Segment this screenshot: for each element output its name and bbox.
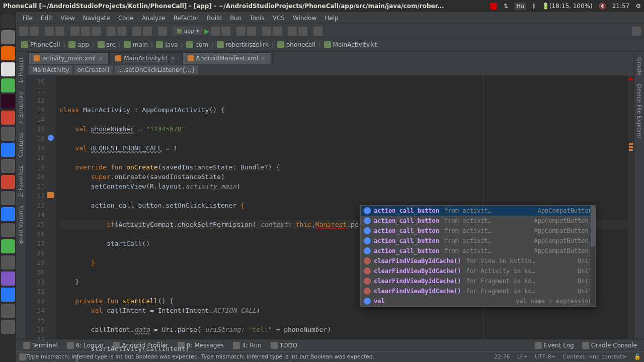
autocomplete-item[interactable]: action_call_buttonfrom activit…AppCompat… <box>361 216 595 226</box>
tool-window-favorites[interactable]: 2: Favorites <box>18 163 24 200</box>
line-number[interactable]: 25 <box>26 220 55 229</box>
gutter[interactable]: 1011121314151617181920212223242526272829… <box>26 75 55 339</box>
code-crumb[interactable]: onCreate() <box>74 65 113 74</box>
warn-icon[interactable] <box>47 192 54 198</box>
android-studio-icon[interactable] <box>1 78 15 93</box>
breadcrumb-item[interactable]: src <box>96 41 118 48</box>
line-number[interactable]: 16 <box>26 134 55 143</box>
tool-window-structure[interactable]: 7: Structure <box>18 89 24 126</box>
autocomplete-item[interactable]: clearFindViewByIdCache()for Activity in … <box>361 266 595 276</box>
app-icon[interactable] <box>1 191 15 205</box>
code-crumb[interactable]: ....setOnClickListener{...} <box>115 65 198 74</box>
breadcrumb-item[interactable]: app <box>66 41 91 48</box>
menu-tools[interactable]: Tools <box>246 14 268 23</box>
autocomplete-item[interactable]: clearFindViewByIdCache()for View in kotl… <box>361 256 595 266</box>
override-icon[interactable] <box>48 135 54 141</box>
files-icon[interactable] <box>1 30 15 44</box>
file-tab[interactable]: AndroidManifest.xml × <box>182 52 272 64</box>
record-icon[interactable] <box>490 3 497 10</box>
autocomplete-item[interactable]: clearFindViewByIdCache()for Fragment in … <box>361 286 595 296</box>
menu-build[interactable]: Build <box>203 14 225 23</box>
autocomplete-popup[interactable]: action_call_buttonfrom activit…AppCompat… <box>360 205 596 307</box>
code-line[interactable]: callIntent.data = Uri.parse( uriString: … <box>59 325 628 334</box>
find-icon[interactable] <box>107 27 116 36</box>
sdk-icon[interactable] <box>273 27 282 36</box>
tool-window-gradle[interactable]: Gradle <box>636 55 642 78</box>
line-number[interactable]: 24 <box>26 210 55 220</box>
forward-icon[interactable] <box>143 27 152 36</box>
app-icon[interactable] <box>1 207 15 221</box>
dash-icon[interactable] <box>1 14 15 28</box>
line-number[interactable]: 31 <box>26 277 55 287</box>
autocomplete-item[interactable]: action_call_buttonfrom activit…AppCompat… <box>361 246 595 256</box>
line-number[interactable]: 12 <box>26 96 55 105</box>
close-icon[interactable]: × <box>171 55 176 62</box>
terminal-icon[interactable] <box>1 95 15 109</box>
app-icon[interactable] <box>1 239 15 253</box>
trash-icon[interactable] <box>1 320 15 334</box>
autocomplete-item[interactable]: clearFindViewByIdCache()for Fragment in … <box>361 276 595 286</box>
code-line[interactable]: val callIntent = Intent(Intent.ACTION_CA… <box>59 306 628 315</box>
line-number[interactable]: 35 <box>26 315 55 325</box>
profile-icon[interactable] <box>221 27 230 36</box>
back-icon[interactable] <box>132 27 141 36</box>
battery-icon[interactable]: 🔋(18:15, 100%) <box>542 3 593 10</box>
code-line[interactable]: startActivity(callIntent) <box>59 344 628 353</box>
menu-help[interactable]: Help <box>321 14 342 23</box>
breadcrumb-item[interactable]: java <box>154 41 180 48</box>
firefox-icon[interactable] <box>1 46 15 60</box>
tool-window-devicefileexplorer[interactable]: Device File Explorer <box>636 82 642 141</box>
code-line[interactable]: } <box>59 353 628 362</box>
file-tab[interactable]: activity_main.xml × <box>28 52 109 64</box>
app-icon[interactable] <box>1 255 15 269</box>
redo-icon[interactable] <box>55 27 64 36</box>
breadcrumb-item[interactable]: MainActivity.kt <box>322 41 379 48</box>
menu-edit[interactable]: Edit <box>37 14 56 23</box>
app-icon[interactable] <box>1 175 15 189</box>
line-number[interactable]: 30 <box>26 267 55 277</box>
scrollbar[interactable] <box>590 206 595 306</box>
code-line[interactable] <box>59 334 628 344</box>
code-line[interactable] <box>59 153 628 162</box>
menu-view[interactable]: View <box>57 14 78 23</box>
run-config-selector[interactable]: ▣ app ▾ <box>173 27 203 35</box>
autocomplete-item[interactable]: action_call_buttonfrom activit…AppCompat… <box>361 236 595 246</box>
line-number[interactable]: 37 <box>26 334 55 344</box>
chrome-icon[interactable] <box>1 62 15 76</box>
app-icon[interactable] <box>1 127 15 141</box>
code-line[interactable]: super.onCreate(savedInstanceState) <box>59 172 628 182</box>
app-icon[interactable] <box>1 304 15 318</box>
line-number[interactable]: 22 <box>26 191 55 201</box>
menu-file[interactable]: File <box>19 14 36 23</box>
menu-run[interactable]: Run <box>226 14 245 23</box>
tool-window-buildvariants[interactable]: Build Variants <box>18 204 24 246</box>
help-icon[interactable] <box>313 27 323 36</box>
app-icon[interactable] <box>1 272 15 286</box>
code-editor[interactable]: 1011121314151617181920212223242526272829… <box>26 75 634 339</box>
menu-window[interactable]: Window <box>289 14 320 23</box>
app-icon[interactable] <box>1 223 15 237</box>
network-icon[interactable]: ⇅ <box>503 3 508 10</box>
line-number[interactable]: 21 <box>26 182 55 191</box>
structure-icon[interactable] <box>298 27 307 36</box>
bluetooth-icon[interactable]: ᛒ <box>532 3 536 10</box>
code-line[interactable] <box>59 315 628 325</box>
search-everywhere-icon[interactable] <box>632 27 641 36</box>
autocomplete-item[interactable]: action_call_buttonfrom activit…AppCompat… <box>361 206 595 216</box>
clock[interactable]: 21:57 <box>612 3 630 10</box>
line-number[interactable]: 36 <box>26 325 55 334</box>
code-line[interactable]: val REQUEST_PHONE_CALL = 1 <box>59 143 628 153</box>
line-number[interactable]: 32 <box>26 287 55 296</box>
line-number[interactable]: 29 <box>26 258 55 267</box>
autocomplete-item[interactable]: action_call_buttonfrom activit…AppCompat… <box>361 226 595 236</box>
code-line[interactable]: override fun onCreate(savedInstanceState… <box>59 162 628 172</box>
app-icon[interactable] <box>1 111 15 125</box>
save-icon[interactable] <box>30 27 39 36</box>
sound-icon[interactable]: 🔇 <box>599 3 606 10</box>
app-icon[interactable] <box>1 159 15 173</box>
sync-icon[interactable] <box>288 27 297 36</box>
tool-window-captures[interactable]: Captures <box>18 130 24 159</box>
paste-icon[interactable] <box>92 27 101 36</box>
line-number[interactable]: 26 <box>26 229 55 239</box>
breadcrumb-item[interactable]: robertkiszelirk <box>215 41 271 48</box>
